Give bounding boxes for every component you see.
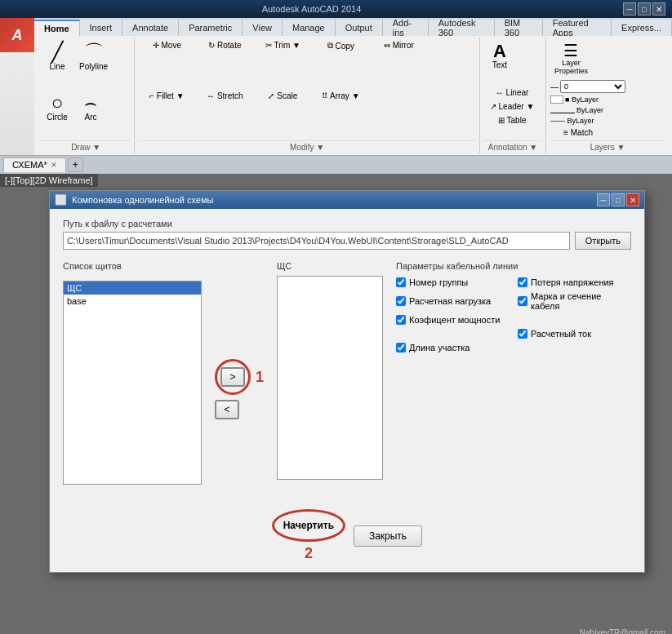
doc-tab-schema[interactable]: СХЕМА* ✕ — [3, 157, 66, 172]
tab-manage[interactable]: Manage — [283, 20, 336, 36]
param-label-0: Номер группы — [409, 277, 468, 287]
fillet-button[interactable]: ⌐ Fillet ▼ — [138, 90, 195, 102]
draw-btn-container: Начертить 2 — [272, 509, 345, 562]
app-menu-button[interactable]: A — [0, 18, 34, 52]
draw-group-label: Draw ▼ — [41, 140, 131, 152]
dialog-maximize[interactable]: □ — [612, 193, 625, 206]
right-list-box[interactable] — [277, 276, 383, 480]
arrow-left-button[interactable]: < — [215, 400, 239, 419]
middle-panel: > 1 < — [215, 261, 264, 485]
color-swatch[interactable] — [550, 95, 563, 104]
annotation-number-2: 2 — [305, 545, 313, 562]
app-minimize[interactable]: ─ — [623, 2, 636, 16]
stretch-button[interactable]: ↔ Stretch — [196, 90, 253, 102]
polyline-icon: ⌒ — [84, 42, 104, 62]
tab-insert[interactable]: Insert — [80, 20, 123, 36]
param-row-3: Марка и сечение кабеля — [518, 291, 631, 311]
param-check-2[interactable] — [396, 296, 406, 306]
param-check-0[interactable] — [396, 277, 406, 287]
dialog-close[interactable]: ✕ — [626, 193, 639, 206]
layer-select[interactable]: 0 — [560, 80, 625, 93]
circle-annotation-draw: Начертить — [272, 509, 345, 542]
copy-button[interactable]: ⧉ Copy — [312, 39, 369, 52]
dialog-body: Путь к файлу с расчетами Открыть Список … — [50, 209, 644, 572]
param-label-1: Потеря напряжения — [531, 277, 614, 287]
stretch-icon: ↔ — [207, 91, 215, 100]
line-button[interactable]: ╱ Line — [41, 39, 73, 74]
param-check-3[interactable] — [518, 296, 527, 306]
app-maximize[interactable]: □ — [638, 2, 651, 16]
tab-output[interactable]: Output — [336, 20, 383, 36]
layers-group-label: Layers ▼ — [550, 140, 665, 152]
leader-button[interactable]: ↗ Leader ▼ — [483, 100, 541, 113]
param-row-2: Расчетная нагрузка — [396, 291, 510, 311]
tab-bim360[interactable]: BIM 360 — [495, 20, 543, 36]
new-tab-button[interactable]: + — [68, 157, 83, 172]
tab-annotate[interactable]: Annotate — [122, 20, 179, 36]
polyline-button[interactable]: ⌒ Polyline — [74, 39, 113, 74]
arrow-right-button[interactable]: > — [220, 367, 245, 387]
app-close[interactable]: ✕ — [652, 2, 665, 16]
match-icon: ≡ — [563, 128, 568, 137]
list-item-base[interactable]: base — [64, 295, 201, 308]
left-list-box[interactable]: ЩС base — [63, 281, 202, 485]
file-path-input[interactable] — [63, 232, 570, 250]
tab-express[interactable]: Express... — [612, 20, 672, 36]
mirror-button[interactable]: ⇔ Mirror — [370, 39, 427, 51]
annotation-number-1: 1 — [256, 369, 264, 386]
tab-home[interactable]: Home — [34, 20, 80, 36]
annotation-group: A Text ↔ Linear ↗ Leader ▼ — [480, 38, 546, 153]
leader-label: Leader ▼ — [499, 102, 535, 111]
rotate-button[interactable]: ↻ Rotate — [196, 39, 253, 51]
fillet-label: Fillet ▼ — [157, 91, 185, 100]
polyline-label: Polyline — [79, 62, 108, 71]
param-check-4[interactable] — [396, 315, 406, 325]
arrow-right-annotated: > 1 — [215, 359, 264, 395]
tab-bar: СХЕМА* ✕ + — [0, 156, 672, 174]
params-panel: Параметры кабельной линии Номер группы П… — [396, 261, 631, 485]
left-panel: Список щитов ЩС base — [63, 261, 202, 485]
param-check-1[interactable] — [518, 277, 527, 287]
arc-button[interactable]: ⌢ Arc — [74, 90, 107, 125]
layer-properties-button[interactable]: ☰ LayerProperties — [550, 39, 593, 78]
doc-tab-close[interactable]: ✕ — [51, 161, 57, 169]
layers-group-items: ☰ LayerProperties — 0 — [550, 39, 665, 139]
right-list-header: ЩС — [277, 261, 383, 271]
param-check-6[interactable] — [396, 343, 406, 352]
right-list-panel: ЩС — [277, 261, 383, 485]
text-icon: A — [493, 42, 506, 60]
open-button[interactable]: Открыть — [575, 232, 631, 250]
table-button[interactable]: ⊞ Table — [483, 114, 541, 126]
match-button[interactable]: ≡ Match — [550, 126, 607, 139]
tab-addins[interactable]: Add-ins — [383, 20, 429, 36]
scale-button[interactable]: ⤢ Scale — [254, 90, 311, 102]
close-button[interactable]: Закрыть — [354, 525, 422, 547]
draw-button[interactable]: Начертить — [269, 516, 349, 535]
dialog-minimize[interactable]: ─ — [597, 193, 610, 206]
circle-annotation-right: > — [215, 359, 251, 395]
layer-properties-label: LayerProperties — [554, 59, 588, 75]
list-item-shch[interactable]: ЩС — [64, 282, 201, 295]
param-check-5[interactable] — [518, 329, 527, 339]
text-button[interactable]: A Text — [483, 39, 516, 73]
linear-button[interactable]: ↔ Linear — [483, 86, 541, 99]
tab-featured-apps[interactable]: Featured Apps — [543, 20, 612, 36]
ribbon: A Home Insert Annotate Parametric View M… — [0, 18, 672, 156]
move-label: Move — [162, 41, 181, 50]
param-label-2: Расчетная нагрузка — [409, 296, 491, 306]
lineweight-label: —— ByLayer — [550, 117, 594, 125]
tab-autodesk360[interactable]: Autodesk 360 — [429, 20, 495, 36]
line-icon: ╱ — [51, 42, 63, 62]
match-label: Match — [571, 128, 593, 137]
fillet-icon: ⌐ — [149, 91, 154, 100]
tab-parametric[interactable]: Parametric — [179, 20, 243, 36]
tab-view[interactable]: View — [243, 20, 283, 36]
circle-button[interactable]: ○ Circle — [41, 90, 73, 125]
list-label: Список щитов — [63, 261, 202, 271]
stretch-label: Stretch — [217, 91, 243, 100]
array-button[interactable]: ⠿ Array ▼ — [312, 90, 369, 102]
rotate-label: Rotate — [217, 41, 241, 50]
trim-button[interactable]: ✂ Trim ▼ — [254, 39, 311, 51]
copy-label: Copy — [336, 42, 354, 51]
move-button[interactable]: ✛ Move — [138, 39, 195, 51]
